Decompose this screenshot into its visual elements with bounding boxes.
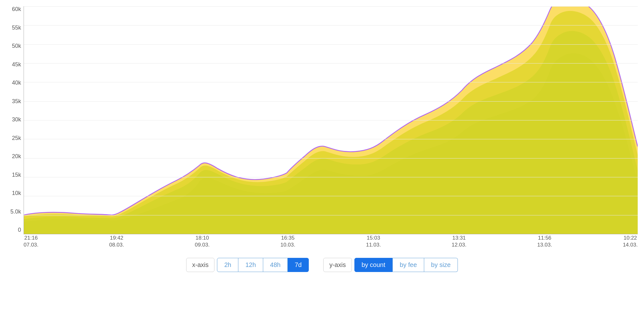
y-axis-label-text: y-axis <box>329 261 346 268</box>
controls-area: x-axis 2h 12h 48h 7d y-axis by count by … <box>186 258 458 272</box>
y-label-30k: 30k <box>12 117 21 122</box>
btn-by-fee[interactable]: by fee <box>392 258 424 272</box>
y-label-55k: 55k <box>12 25 21 31</box>
y-axis: 60k 55k 50k 45k 40k 35k 30k 25k 20k 15k … <box>0 6 24 233</box>
btn-2h[interactable]: 2h <box>217 258 238 272</box>
x-label-1203: 13:3112.03. <box>452 235 466 248</box>
y-label-25k: 25k <box>12 135 21 141</box>
x-label-1303: 11:5613.03. <box>537 235 552 248</box>
x-axis: 21:1607.03. 19:4208.03. 18:1009.03. 16:3… <box>24 235 638 248</box>
x-label-0703: 21:1607.03. <box>24 235 38 248</box>
y-label-20k: 20k <box>12 153 21 159</box>
y-label-10k: 10k <box>12 190 21 196</box>
btn-by-count[interactable]: by count <box>354 258 393 272</box>
x-label-1403: 10:2214.03. <box>623 235 638 248</box>
y-axis-btn-group: by count by fee by size <box>354 258 458 272</box>
x-label-0903: 18:1009.03. <box>195 235 209 248</box>
btn-48h[interactable]: 48h <box>263 258 288 272</box>
y-label-50k: 50k <box>12 43 21 49</box>
y-label-15k: 15k <box>12 172 21 178</box>
y-axis-label-box: y-axis <box>323 258 352 272</box>
x-label-1103: 15:0311.03. <box>366 235 381 248</box>
x-label-1003: 16:3510.03. <box>280 235 295 248</box>
y-label-60k: 60k <box>12 6 21 12</box>
chart-container: 60k 55k 50k 45k 40k 35k 30k 25k 20k 15k … <box>0 0 644 252</box>
y-label-45k: 45k <box>12 62 21 67</box>
btn-7d[interactable]: 7d <box>288 258 309 272</box>
y-label-35k: 35k <box>12 98 21 104</box>
x-axis-btn-group: 2h 12h 48h 7d <box>217 258 309 272</box>
btn-12h[interactable]: 12h <box>238 258 263 272</box>
y-label-5k: 5.0k <box>10 209 21 214</box>
btn-by-size[interactable]: by size <box>424 258 458 272</box>
gridlines <box>24 6 638 234</box>
y-label-0: 0 <box>18 227 21 233</box>
y-label-40k: 40k <box>12 80 21 86</box>
chart-area <box>24 6 638 234</box>
x-axis-label-box: x-axis <box>186 258 214 272</box>
x-label-0803: 19:4208.03. <box>109 235 124 248</box>
x-axis-label-text: x-axis <box>192 261 208 268</box>
